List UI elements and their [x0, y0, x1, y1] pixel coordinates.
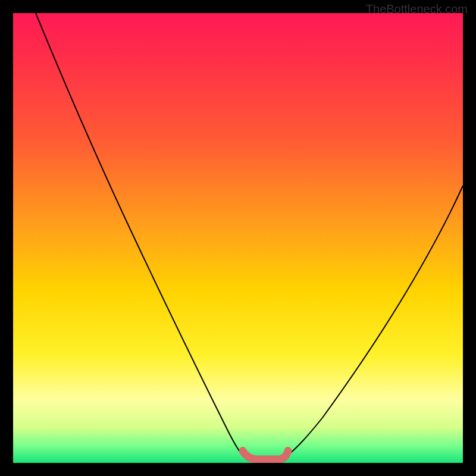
- left-limb: [36, 13, 244, 456]
- right-limb: [287, 186, 463, 456]
- curve-layer: [13, 13, 463, 463]
- valley-dot-right: [285, 447, 291, 453]
- chart-frame: TheBottleneck.com: [0, 0, 476, 476]
- watermark-text: TheBottleneck.com: [366, 2, 468, 16]
- valley-dot-left: [240, 447, 246, 453]
- valley-highlight: [243, 451, 288, 459]
- plot-area: [13, 13, 463, 463]
